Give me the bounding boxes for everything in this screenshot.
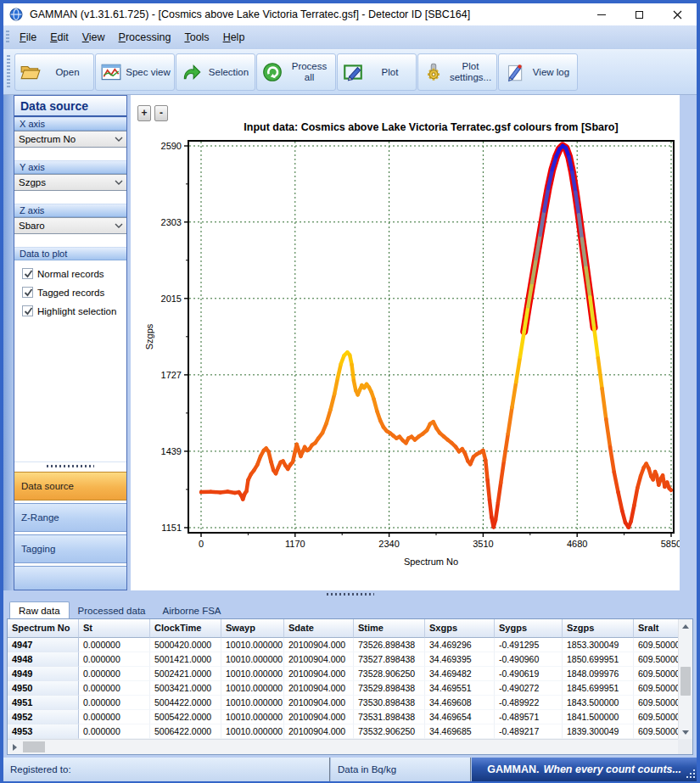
column-header[interactable]: St — [79, 619, 150, 638]
row-header-cell: 4948 — [8, 652, 79, 667]
horizontal-scroll-thumb[interactable] — [23, 741, 45, 752]
view-log-button[interactable]: View log — [498, 53, 578, 91]
table-row[interactable]: 49510.0000005004422.000010010.0000002010… — [8, 696, 678, 710]
app-window: GAMMAN (v1.31.61.725) - [Cosmics above L… — [0, 0, 700, 783]
table-cell: 0.000000 — [79, 696, 150, 710]
table-cell: 73531.898438 — [354, 710, 425, 724]
tagged-records-checkbox[interactable]: Tagged records — [22, 287, 126, 298]
column-header[interactable]: Swayp — [221, 619, 284, 638]
plot-svg[interactable]: 0117023403510468058501151143917272015230… — [131, 95, 680, 590]
vertical-scroll-thumb[interactable] — [680, 667, 691, 696]
table-cell: 34.469654 — [425, 710, 495, 724]
svg-text:2303: 2303 — [161, 217, 182, 227]
menu-item-file[interactable]: File — [13, 28, 43, 47]
menu-item-edit[interactable]: Edit — [43, 28, 76, 47]
menu-item-view[interactable]: View — [76, 28, 112, 47]
checkbox-checked-icon — [22, 287, 33, 298]
normal-records-checkbox[interactable]: Normal records — [22, 268, 126, 279]
bottom-area: Raw data Processed data Airborne FSA Spe… — [3, 590, 697, 756]
row-header-cell: 4949 — [8, 667, 79, 681]
maximize-button[interactable] — [620, 3, 658, 25]
splitter-dots — [47, 465, 94, 467]
column-header[interactable]: Szgps — [563, 619, 634, 638]
menu-item-help[interactable]: Help — [216, 28, 252, 47]
table-row[interactable]: 49470.0000005000420.000010010.0000002010… — [8, 638, 678, 652]
column-header[interactable]: ClockTime — [150, 619, 221, 638]
scroll-right-button[interactable] — [8, 741, 21, 754]
zoom-out-button[interactable]: - — [154, 105, 168, 121]
menu-item-tools[interactable]: Tools — [177, 28, 216, 47]
table-cell: 73528.906250 — [354, 667, 425, 681]
table-row[interactable]: 49490.0000005002421.000010010.0000002010… — [8, 667, 678, 681]
sidebar-item-z-range[interactable]: Z-Range — [14, 503, 126, 532]
table-cell: 609.500000 — [634, 724, 678, 739]
column-header[interactable]: Sygps — [495, 619, 563, 638]
tab-processed-data[interactable]: Processed data — [70, 602, 154, 618]
spec-view-button[interactable]: Spec view — [95, 53, 175, 91]
scroll-up-button[interactable] — [679, 619, 692, 633]
table-row[interactable]: 49480.0000005001421.000010010.0000002010… — [8, 652, 678, 667]
close-button[interactable] — [658, 3, 697, 25]
column-header[interactable]: Sralt — [634, 619, 678, 638]
x-axis-select[interactable]: Spectrum No — [14, 131, 126, 148]
brand-status: GAMMAN. When every count counts... — [472, 758, 697, 781]
table-row[interactable]: 49520.0000005005422.000010010.0000002010… — [8, 710, 678, 724]
selection-button[interactable]: Selection — [176, 53, 255, 91]
table-cell: 5004422.0000 — [150, 696, 221, 710]
menu-grip[interactable] — [6, 31, 9, 44]
table-cell: 10010.000000 — [221, 696, 284, 710]
chart-table-splitter[interactable] — [7, 590, 693, 598]
tab-airborne-fsa[interactable]: Airborne FSA — [154, 602, 230, 618]
sidebar-item-data-source[interactable]: Data source — [14, 472, 126, 501]
z-axis-select[interactable]: Sbaro — [14, 217, 126, 234]
table-cell: 5001421.0000 — [150, 652, 221, 667]
sidebar-splitter[interactable] — [14, 461, 126, 469]
title-bar: GAMMAN (v1.31.61.725) - [Cosmics above L… — [3, 3, 697, 25]
data-table: Spectrum NoStClockTimeSwaypSdateStimeSxg… — [7, 618, 693, 755]
scroll-down-button[interactable] — [679, 725, 692, 739]
table-cell: 5002421.0000 — [150, 667, 221, 681]
toolbar-grip[interactable] — [7, 55, 10, 89]
table-cell: 10010.000000 — [221, 710, 284, 724]
horizontal-scrollbar[interactable] — [8, 739, 692, 754]
svg-text:3510: 3510 — [473, 539, 493, 549]
y-axis-select[interactable]: Szgps — [14, 174, 126, 191]
table-cell: 1853.300049 — [563, 638, 634, 652]
open-button[interactable]: Open — [14, 53, 94, 91]
column-header[interactable]: Sxgps — [425, 619, 495, 638]
column-header[interactable]: Spectrum No — [8, 619, 79, 638]
column-header[interactable]: Sdate — [284, 619, 354, 638]
table-cell: 1850.699951 — [563, 652, 634, 667]
zoom-in-button[interactable]: + — [137, 105, 151, 121]
table-cell: 609.500000 — [634, 681, 678, 696]
column-header[interactable]: Stime — [354, 619, 425, 638]
table-cell: 0.000000 — [79, 681, 150, 696]
table-cell: 34.469296 — [425, 638, 495, 652]
checkbox-checked-icon — [22, 305, 33, 316]
process-all-button[interactable]: Process all — [256, 53, 336, 91]
table-cell: -0.489571 — [495, 710, 563, 724]
menu-bar: FileEditViewProcessingToolsHelp — [3, 25, 697, 49]
y-axis-value: Szgps — [14, 177, 111, 187]
log-pencil-icon — [503, 61, 525, 83]
maximize-icon — [636, 11, 643, 19]
sidebar-item-tagging[interactable]: Tagging — [14, 534, 126, 563]
plot-button[interactable]: Plot — [337, 53, 417, 91]
highlight-selection-checkbox[interactable]: Highlight selection — [22, 305, 126, 316]
table-cell: -0.490272 — [495, 681, 563, 696]
table-row[interactable]: 49530.0000005006422.000010010.0000002010… — [8, 724, 678, 739]
table-cell: -0.491295 — [495, 638, 563, 652]
plot-label: Plot — [364, 67, 416, 78]
plot-settings-button[interactable]: Plot settings... — [417, 53, 497, 91]
table-cell: 609.500000 — [634, 638, 678, 652]
resize-grip[interactable] — [686, 769, 696, 779]
units-status: Data in Bq/kg — [331, 758, 472, 781]
spec-view-label: Spec view — [122, 67, 174, 78]
vertical-scrollbar[interactable] — [678, 619, 692, 739]
table-row[interactable]: 49500.0000005003421.000010010.0000002010… — [8, 681, 678, 696]
panel-title: Data source — [14, 96, 126, 117]
table-cell: 5005422.0000 — [150, 710, 221, 724]
menu-item-processing[interactable]: Processing — [112, 28, 178, 47]
tab-raw-data[interactable]: Raw data — [9, 601, 70, 618]
minimize-button[interactable] — [582, 3, 620, 25]
